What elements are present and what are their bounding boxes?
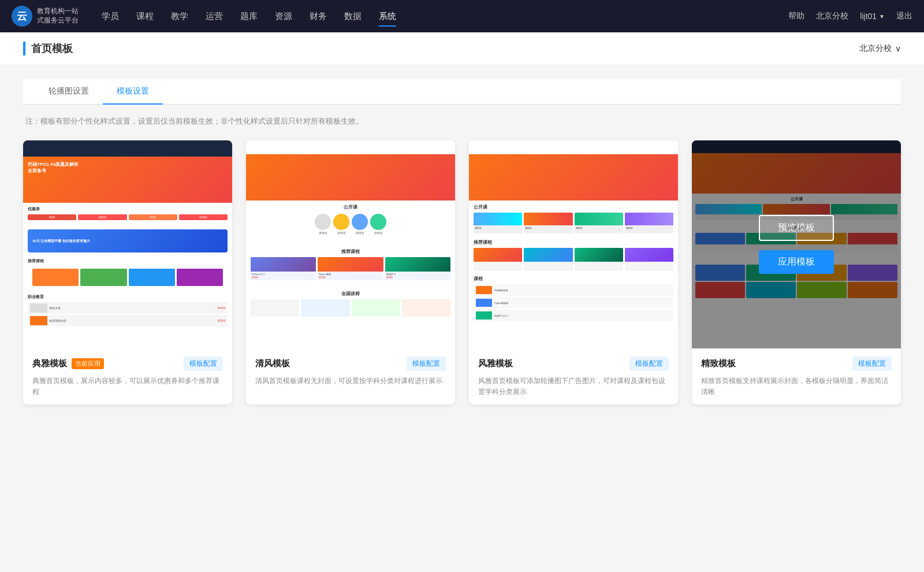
apply-button-4[interactable]: 应用模板 bbox=[759, 250, 834, 274]
branch-selector[interactable]: 北京分校 ∨ bbox=[859, 43, 901, 54]
logo-icon: 云 bbox=[12, 6, 32, 27]
config-button-1[interactable]: 模板配置 bbox=[184, 356, 223, 371]
help-link[interactable]: 帮助 bbox=[788, 11, 804, 21]
config-button-3[interactable]: 模板配置 bbox=[629, 356, 669, 371]
main-content: 轮播图设置 模板设置 注：模板有部分个性化样式设置，设置后仅当前模板生效；非个性… bbox=[0, 65, 924, 418]
logout-link[interactable]: 退出 bbox=[896, 11, 912, 21]
template-overlay-4: 预览模板 应用模板 bbox=[692, 140, 901, 348]
card-desc-3: 风雅首页模板可添加轮播图下广告图片，可对课程及课程包设置学科分类展示 bbox=[478, 376, 669, 398]
template-card-4: 公开课 推荐课程 bbox=[692, 140, 901, 404]
template-card-3: 公开课 课程名 课程名 课 bbox=[469, 140, 678, 404]
branch-link[interactable]: 北京分校 bbox=[816, 11, 848, 21]
card-desc-4: 精致首页模板支持课程展示封面，各模板分隔明显，界面简洁清晰 bbox=[701, 376, 892, 398]
nav-item-students[interactable]: 学员 bbox=[102, 9, 119, 24]
config-button-2[interactable]: 模板配置 bbox=[407, 356, 446, 371]
template-card-2: 公开课 讲师名 讲师名 讲 bbox=[246, 140, 455, 404]
template-preview-1: 托福TPO1-54真题及解析全面备考 优惠券 ¥30 ¥200 ¥30 ¥200… bbox=[23, 140, 232, 348]
nav-item-teaching[interactable]: 教学 bbox=[171, 9, 188, 24]
nav-menu: 学员 课程 教学 运营 题库 资源 财务 数据 系统 bbox=[102, 9, 788, 24]
nav-item-system[interactable]: 系统 bbox=[379, 9, 396, 24]
nav-item-questions[interactable]: 题库 bbox=[240, 9, 258, 24]
config-button-4[interactable]: 模板配置 bbox=[852, 356, 892, 371]
branch-selector-arrow: ∨ bbox=[895, 44, 901, 53]
tab-template[interactable]: 模板设置 bbox=[103, 79, 163, 105]
template-preview-3: 公开课 课程名 课程名 课 bbox=[469, 140, 678, 348]
card-name-3: 风雅模板 bbox=[478, 358, 513, 369]
card-desc-1: 典雅首页模板，展示内容较多，可以展示优惠券和多个推荐课程 bbox=[32, 376, 223, 398]
navbar: 云 教育机构一站 式服务云平台 学员 课程 教学 运营 题库 资源 财务 数据 … bbox=[0, 0, 924, 32]
username: lijt01 bbox=[860, 12, 877, 21]
template-card-1: 托福TPO1-54真题及解析全面备考 优惠券 ¥30 ¥200 ¥30 ¥200… bbox=[23, 140, 232, 404]
nav-item-finance[interactable]: 财务 bbox=[310, 9, 327, 24]
nav-item-operations[interactable]: 运营 bbox=[206, 9, 223, 24]
card-name-2: 清风模板 bbox=[255, 358, 290, 369]
template-preview-4: 公开课 推荐课程 bbox=[692, 140, 901, 348]
template-preview-2: 公开课 讲师名 讲师名 讲 bbox=[246, 140, 455, 348]
tab-bar: 轮播图设置 模板设置 bbox=[23, 79, 901, 105]
card-name-1: 典雅模板 bbox=[32, 358, 67, 369]
nav-item-resources[interactable]: 资源 bbox=[275, 9, 292, 24]
card-footer-4: 精致模板 模板配置 精致首页模板支持课程展示封面，各模板分隔明显，界面简洁清晰 bbox=[692, 348, 901, 404]
card-footer-1: 典雅模板 当前应用 模板配置 典雅首页模板，展示内容较多，可以展示优惠券和多个推… bbox=[23, 348, 232, 404]
badge-current-1: 当前应用 bbox=[72, 358, 104, 369]
card-name-4: 精致模板 bbox=[701, 358, 736, 369]
card-footer-2: 清风模板 模板配置 清风首页模板课程无封面，可设置按学科分类对课程进行展示 bbox=[246, 348, 455, 393]
nav-item-data[interactable]: 数据 bbox=[344, 9, 362, 24]
user-dropdown-arrow: ▼ bbox=[879, 13, 885, 20]
logo[interactable]: 云 教育机构一站 式服务云平台 bbox=[12, 6, 79, 27]
note-text: 注：模板有部分个性化样式设置，设置后仅当前模板生效；非个性化样式设置后只针对所有… bbox=[23, 116, 901, 127]
page-header: 首页模板 北京分校 ∨ bbox=[0, 32, 924, 65]
tab-carousel[interactable]: 轮播图设置 bbox=[35, 79, 103, 105]
preview-button-4[interactable]: 预览模板 bbox=[759, 215, 834, 241]
user-menu[interactable]: lijt01 ▼ bbox=[860, 12, 885, 21]
template-grid: 托福TPO1-54真题及解析全面备考 优惠券 ¥30 ¥200 ¥30 ¥200… bbox=[23, 140, 901, 404]
branch-selector-label: 北京分校 bbox=[859, 43, 892, 54]
nav-right: 帮助 北京分校 lijt01 ▼ 退出 bbox=[788, 11, 912, 21]
logo-text: 教育机构一站 式服务云平台 bbox=[37, 7, 79, 25]
card-desc-2: 清风首页模板课程无封面，可设置按学科分类对课程进行展示 bbox=[255, 376, 446, 387]
page-title: 首页模板 bbox=[23, 42, 73, 55]
nav-item-courses[interactable]: 课程 bbox=[136, 9, 154, 24]
card-footer-3: 风雅模板 模板配置 风雅首页模板可添加轮播图下广告图片，可对课程及课程包设置学科… bbox=[469, 348, 678, 404]
